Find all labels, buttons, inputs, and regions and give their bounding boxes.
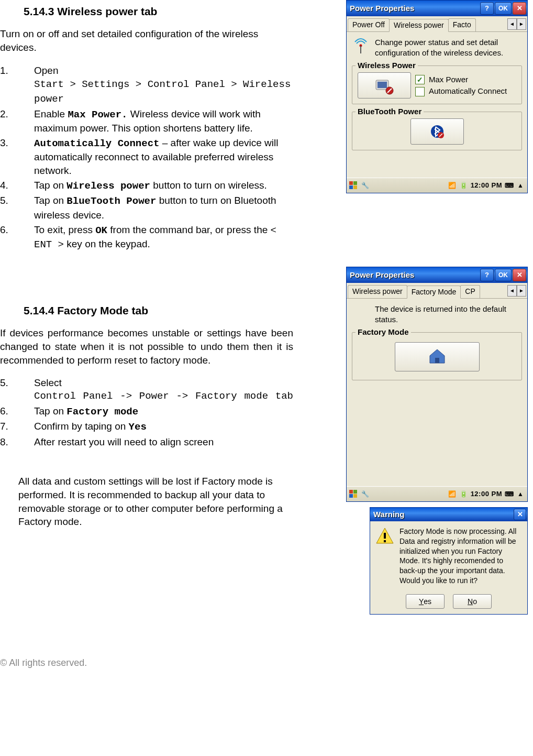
tab-scroll-right[interactable]: ► [517,18,526,30]
ok-button[interactable]: OK [495,269,512,281]
taskbar: 🔧 📶 🔋 12:00 PM ⌨ ▲ [347,178,527,193]
close-button[interactable]: ✕ [513,269,526,281]
steps-list-2: 5. Select Control Panel -> Power -> Fact… [0,376,293,448]
tab-strip: Wireless power Factory Mode CP ◄ ► [347,283,527,299]
sip-icon[interactable]: ⌨ [504,181,514,190]
tab-scroll-right[interactable]: ► [517,285,526,297]
tab-scroll-left[interactable]: ◄ [507,285,517,297]
steps-list-1: 1. Open Start > Settings > Control Panel… [0,64,293,252]
tab-wireless-power[interactable]: Wireless power [348,285,407,298]
tab-factory-partial[interactable]: Facto [448,18,476,31]
svg-rect-17 [353,494,357,498]
label-auto-connect: Automatically Connect [429,86,507,96]
titlebar: Warning ✕ [370,508,527,521]
intro-text-2: If devices performance becomes unstable … [0,326,293,367]
start-icon[interactable] [349,181,358,190]
close-button[interactable]: ✕ [513,2,526,15]
svg-rect-3 [377,82,387,88]
step-5b: 5. Select Control Panel -> Power -> Fact… [0,376,293,403]
titlebar: Power Properties ? OK ✕ [347,1,527,16]
clock: 12:00 PM [471,489,502,499]
screenshot-wireless-power: Power Properties ? OK ✕ Power Off Wirele… [346,0,528,193]
warning-text: Factory Mode is now processing. All Data… [399,527,522,586]
signal-icon: 📶 [448,489,457,499]
intro-text: Turn on or off and set detailed configur… [0,27,293,54]
tab-scroll-left[interactable]: ◄ [507,18,517,30]
svg-rect-12 [353,185,357,189]
heading-factory-mode: 5.14.4 Factory Mode tab [24,303,293,318]
signal-icon: 📶 [448,181,457,190]
screenshot-factory-mode: Power Properties ? OK ✕ Wireless power F… [346,267,528,502]
window-title: Power Properties [350,270,479,280]
battery-icon: 🔋 [459,181,469,190]
help-button[interactable]: ? [480,269,494,281]
tab-strip: Power Off Wireless power Facto ◄ ► [347,16,527,32]
panel-description: The device is returned into the default … [375,304,522,325]
tab-wireless-power[interactable]: Wireless power [389,19,449,32]
wifi-antenna-icon [352,37,370,55]
bluetooth-power-button[interactable] [410,118,464,145]
tray-icon-1[interactable]: 🔧 [360,489,370,499]
help-button[interactable]: ? [480,2,494,15]
step-6: 6. To exit, press OK from the command ba… [0,223,293,252]
svg-rect-1 [360,46,361,53]
checkbox-max-power[interactable] [415,75,425,84]
checkbox-auto-connect[interactable] [415,87,425,96]
step-6b: 6. Tap on Factory mode [0,404,293,419]
yes-button[interactable]: Yes [406,594,445,609]
tab-factory-mode[interactable]: Factory Mode [407,286,461,299]
step-1: 1. Open Start > Settings > Control Panel… [0,64,293,106]
sip-icon[interactable]: ⌨ [504,489,514,499]
group-wireless-power: Wireless Power Max Power [352,65,522,104]
no-button[interactable]: No [453,594,492,609]
start-icon[interactable] [349,489,358,499]
titlebar: Power Properties ? OK ✕ [347,267,527,283]
svg-rect-14 [349,490,353,494]
step-2: 2. Enable Max Power. Wireless device wil… [0,107,293,135]
window-title: Power Properties [350,3,479,14]
panel-description: Change power status and set detail confi… [375,37,522,59]
taskbar: 🔧 📶 🔋 12:00 PM ⌨ ▲ [347,486,527,501]
battery-icon: 🔋 [459,489,469,499]
svg-rect-10 [353,181,357,185]
window-title: Warning [373,509,513,520]
ok-button[interactable]: OK [495,2,512,15]
step-8b: 8. After restart you will need to align … [0,435,293,449]
svg-rect-16 [349,494,353,498]
svg-rect-9 [349,181,353,185]
svg-rect-13 [435,358,439,363]
factory-mode-button[interactable] [395,342,480,371]
desktop-icon[interactable]: ▲ [516,489,525,499]
svg-rect-15 [353,490,357,494]
clock: 12:00 PM [471,181,502,190]
group-factory-mode: Factory Mode [352,332,522,380]
svg-rect-18 [384,533,386,539]
step-5: 5. Tap on BlueTooth Power button to turn… [0,194,293,222]
tray-icon-1[interactable]: 🔧 [360,181,370,190]
group-legend: Factory Mode [356,327,411,337]
warning-note: All data and custom settings will be los… [18,475,293,529]
step-7b: 7. Confirm by taping on Yes [0,420,293,434]
desktop-icon[interactable]: ▲ [516,181,525,190]
close-button[interactable]: ✕ [514,509,526,520]
heading-wireless-power: 5.14.3 Wireless power tab [24,4,293,19]
tab-power-off[interactable]: Power Off [348,18,390,31]
label-max-power: Max Power [429,74,468,85]
group-legend: BlueTooth Power [356,106,424,117]
warning-dialog: Warning ✕ Factory Mode is now processing… [370,507,528,615]
group-bluetooth-power: BlueTooth Power [352,112,522,150]
tab-cp-partial[interactable]: CP [460,285,480,298]
svg-rect-11 [349,185,353,189]
svg-rect-19 [384,540,386,542]
wireless-power-button[interactable] [358,72,411,98]
footer-copyright: © All rights reserved. [0,615,528,669]
step-3: 3. Automatically Connect – after wake up… [0,136,293,178]
warning-icon [375,527,394,545]
step-4: 4. Tap on Wireless power button to turn … [0,179,293,193]
group-legend: Wireless Power [356,60,418,71]
